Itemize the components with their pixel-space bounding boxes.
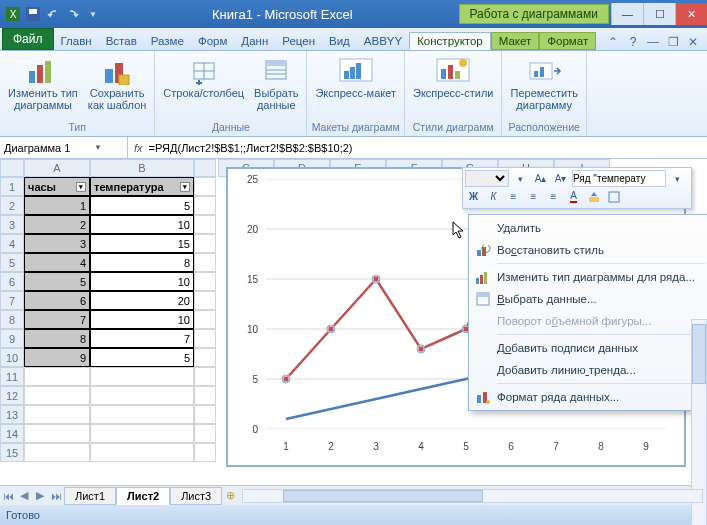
cell[interactable]: 5 xyxy=(90,348,194,367)
row-header[interactable]: 2 xyxy=(0,196,24,215)
row-header[interactable]: 7 xyxy=(0,291,24,310)
tab-data[interactable]: Данн xyxy=(234,32,275,50)
row-header[interactable]: 5 xyxy=(0,253,24,272)
filter-dropdown-icon[interactable]: ▾ xyxy=(76,182,86,192)
cell[interactable]: 10 xyxy=(90,272,194,291)
workbook-restore-icon[interactable]: ❐ xyxy=(665,34,681,50)
italic-icon[interactable]: К xyxy=(485,188,502,205)
row-header[interactable]: 9 xyxy=(0,329,24,348)
cell[interactable]: 5 xyxy=(24,272,90,291)
sheet-nav-first[interactable]: ⏮ xyxy=(0,490,16,502)
save-as-template-button[interactable]: Сохранитькак шаблон xyxy=(84,53,151,113)
col-header-a[interactable]: A xyxy=(24,159,90,177)
formula-input[interactable] xyxy=(149,142,701,154)
cell[interactable]: 3 xyxy=(24,234,90,253)
cell[interactable]: 10 xyxy=(90,310,194,329)
sheet-nav-last[interactable]: ⏭ xyxy=(48,490,64,502)
cell[interactable]: 2 xyxy=(24,215,90,234)
name-box-input[interactable] xyxy=(4,142,94,154)
cell[interactable]: 6 xyxy=(24,291,90,310)
cell[interactable]: 15 xyxy=(90,234,194,253)
cell[interactable] xyxy=(194,196,216,215)
cell[interactable]: 10 xyxy=(90,215,194,234)
align-left-icon[interactable]: ≡ xyxy=(505,188,522,205)
col-header-c[interactable] xyxy=(194,159,216,177)
row-header[interactable]: 14 xyxy=(0,424,24,443)
scrollbar-thumb[interactable] xyxy=(283,490,483,502)
table-header-cell[interactable]: температура▾ xyxy=(90,177,194,196)
row-header[interactable]: 4 xyxy=(0,234,24,253)
font-size-up-icon[interactable]: A▴ xyxy=(532,170,549,187)
change-chart-type-button[interactable]: Изменить типдиаграммы xyxy=(4,53,82,113)
font-color-icon[interactable]: A xyxy=(565,188,582,205)
cell[interactable] xyxy=(194,291,216,310)
tab-formulas[interactable]: Форм xyxy=(191,32,234,50)
cell[interactable]: 7 xyxy=(90,329,194,348)
row-header[interactable]: 1 xyxy=(0,177,24,196)
cell[interactable]: 5 xyxy=(90,196,194,215)
tab-chart-layout[interactable]: Макет xyxy=(491,32,540,50)
grid[interactable]: A B 1 часы▾ температура▾ 2 1 5 3 2 10 4 … xyxy=(0,159,218,485)
horizontal-scrollbar[interactable] xyxy=(242,489,703,503)
cell[interactable]: 8 xyxy=(24,329,90,348)
context-menu-item[interactable]: Выбрать данные... xyxy=(471,288,707,310)
sheet-nav-next[interactable]: ▶ xyxy=(32,489,48,502)
cell[interactable]: 4 xyxy=(24,253,90,272)
cell[interactable]: 20 xyxy=(90,291,194,310)
excel-app-icon[interactable]: X xyxy=(4,5,22,23)
new-sheet-icon[interactable]: ⊕ xyxy=(222,489,238,502)
select-all-corner[interactable] xyxy=(0,159,24,177)
context-menu-item[interactable]: Формат ряда данных... xyxy=(471,386,707,408)
row-header[interactable]: 10 xyxy=(0,348,24,367)
cell[interactable]: 8 xyxy=(90,253,194,272)
filter-dropdown-icon[interactable]: ▾ xyxy=(180,182,190,192)
context-menu-item[interactable]: Удалить xyxy=(471,217,707,239)
cell[interactable] xyxy=(194,348,216,367)
cell[interactable] xyxy=(194,253,216,272)
minimize-button[interactable]: — xyxy=(611,3,643,25)
tab-home[interactable]: Главн xyxy=(54,32,99,50)
undo-icon[interactable] xyxy=(44,5,62,23)
select-data-button[interactable]: Выбратьданные xyxy=(250,53,302,113)
tab-chart-format[interactable]: Формат xyxy=(539,32,596,50)
close-button[interactable]: ✕ xyxy=(675,3,707,25)
row-header[interactable]: 12 xyxy=(0,386,24,405)
cell[interactable] xyxy=(194,215,216,234)
quick-styles-button[interactable]: Экспресс-стили xyxy=(409,53,497,101)
row-header[interactable]: 13 xyxy=(0,405,24,424)
cell[interactable] xyxy=(194,329,216,348)
context-menu-item[interactable]: Восстановить стиль xyxy=(471,239,707,261)
minimize-ribbon-icon[interactable]: ⌃ xyxy=(605,34,621,50)
cell[interactable] xyxy=(194,234,216,253)
align-right-icon[interactable]: ≡ xyxy=(545,188,562,205)
tab-review[interactable]: Рецен xyxy=(275,32,322,50)
cell[interactable] xyxy=(194,272,216,291)
scrollbar-thumb[interactable] xyxy=(692,324,706,384)
mini-font-family[interactable] xyxy=(465,170,509,187)
workbook-minimize-icon[interactable]: — xyxy=(645,34,661,50)
cell[interactable] xyxy=(194,177,216,196)
sheet-tab[interactable]: Лист2 xyxy=(116,487,170,505)
tab-chart-design[interactable]: Конструктор xyxy=(409,32,491,50)
tab-view[interactable]: Вид xyxy=(322,32,357,50)
context-menu-item[interactable]: Добавить линию тренда... xyxy=(471,359,707,381)
qat-dropdown-icon[interactable]: ▼ xyxy=(84,5,102,23)
redo-icon[interactable] xyxy=(64,5,82,23)
align-center-icon[interactable]: ≡ xyxy=(525,188,542,205)
row-header[interactable]: 3 xyxy=(0,215,24,234)
fill-color-icon[interactable] xyxy=(585,188,602,205)
cell[interactable]: 9 xyxy=(24,348,90,367)
context-menu-item[interactable]: Изменить тип диаграммы для ряда... xyxy=(471,266,707,288)
row-header[interactable]: 6 xyxy=(0,272,24,291)
row-header[interactable]: 11 xyxy=(0,367,24,386)
sheet-tab[interactable]: Лист1 xyxy=(64,487,116,505)
outline-color-icon[interactable] xyxy=(605,188,622,205)
move-chart-button[interactable]: Переместитьдиаграмму xyxy=(506,53,581,113)
bold-icon[interactable]: Ж xyxy=(465,188,482,205)
mini-series-field[interactable] xyxy=(572,170,666,187)
name-box[interactable]: ▼ xyxy=(0,137,128,159)
tab-layout[interactable]: Разме xyxy=(144,32,191,50)
row-header[interactable]: 15 xyxy=(0,443,24,462)
font-size-down-icon[interactable]: A▾ xyxy=(552,170,569,187)
save-icon[interactable] xyxy=(24,5,42,23)
